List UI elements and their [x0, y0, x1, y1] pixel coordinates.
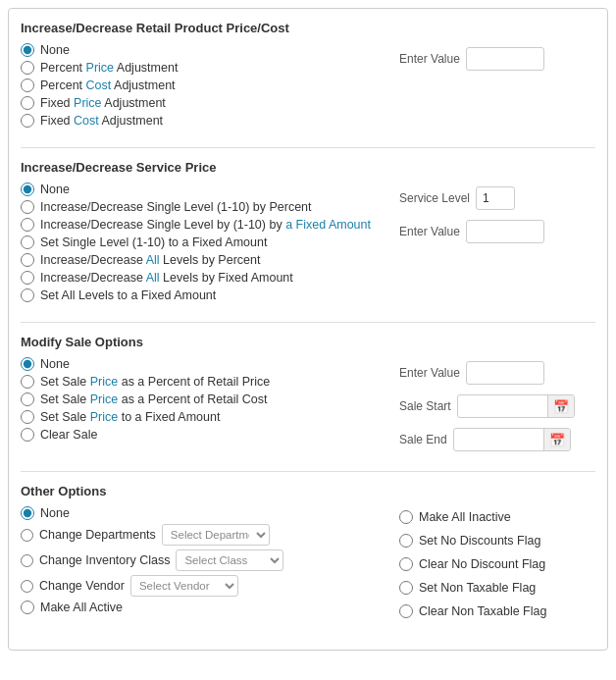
service-all-link2: All	[146, 271, 160, 285]
sale-label-none: None	[40, 357, 70, 371]
sale-options-col: None Set Sale Price as a Percent of Reta…	[21, 357, 399, 455]
other-radio-inventory-class[interactable]	[21, 554, 33, 567]
other-radio-vendor[interactable]	[21, 580, 33, 593]
other-radio-clear-non-taxable[interactable]	[399, 604, 413, 618]
retail-right-col: Enter Value	[399, 43, 595, 131]
other-label-make-inactive: Make All Inactive	[419, 510, 511, 524]
sale-start-calendar-btn[interactable]: 📅	[547, 395, 574, 417]
sale-label-percent-cost: Set Sale Price as a Percent of Retail Co…	[40, 392, 267, 406]
other-radio-set-no-discount[interactable]	[399, 534, 413, 548]
sale-option-percent-retail: Set Sale Price as a Percent of Retail Pr…	[21, 375, 399, 389]
retail-radio-percent-cost[interactable]	[21, 78, 34, 92]
service-option-single-percent: Increase/Decrease Single Level (1-10) by…	[21, 200, 399, 214]
retail-section-title: Increase/Decrease Retail Product Price/C…	[21, 21, 595, 35]
service-radio-all-fixed[interactable]	[21, 271, 34, 285]
sale-label-fixed: Set Sale Price to a Fixed Amount	[40, 410, 220, 424]
service-radio-single-fixed[interactable]	[21, 218, 34, 232]
sale-radio-fixed[interactable]	[21, 410, 34, 424]
service-level-label: Service Level	[399, 191, 470, 205]
service-label-set-all: Set All Levels to a Fixed Amount	[40, 288, 216, 302]
sale-radio-clear[interactable]	[21, 428, 34, 442]
other-radio-departments[interactable]	[21, 529, 33, 542]
retail-label-none: None	[40, 43, 70, 57]
sale-start-input-wrapper: 📅	[457, 394, 575, 418]
sale-price-link2: Price	[90, 392, 118, 406]
sale-enter-value-row: Enter Value	[399, 361, 595, 385]
other-radio-make-active[interactable]	[21, 601, 34, 614]
divider-2	[21, 322, 595, 323]
sale-enter-value-input[interactable]	[466, 361, 544, 385]
service-label-all-percent: Increase/Decrease All Levels by Percent	[40, 253, 260, 267]
inventory-class-select[interactable]: Select Class	[176, 549, 283, 571]
other-section-title: Other Options	[21, 484, 595, 498]
service-right-col: Service Level Enter Value	[399, 183, 595, 306]
service-option-none: None	[21, 183, 399, 196]
other-option-none: None	[21, 506, 399, 520]
divider-3	[21, 471, 595, 472]
sale-price-link3: Price	[90, 410, 118, 424]
service-radio-single-percent[interactable]	[21, 200, 34, 214]
other-label-none: None	[40, 506, 70, 520]
other-option-vendor: Change Vendor Select Vendor	[21, 575, 399, 597]
retail-radio-fixed-price[interactable]	[21, 96, 34, 110]
divider-1	[21, 147, 595, 148]
sale-radio-none[interactable]	[21, 357, 34, 371]
other-radio-clear-no-discount[interactable]	[399, 557, 413, 571]
other-radio-none[interactable]	[21, 506, 34, 520]
retail-enter-value-input[interactable]	[466, 47, 544, 71]
retail-radio-percent-price[interactable]	[21, 61, 34, 75]
sale-radio-percent-retail[interactable]	[21, 375, 34, 389]
other-left-col: None Change Departments Select Departme …	[21, 506, 399, 622]
retail-radio-fixed-cost[interactable]	[21, 114, 34, 128]
service-label-single-fixed: Increase/Decrease Single Level by (1-10)…	[40, 218, 371, 232]
service-label-all-fixed: Increase/Decrease All Levels by Fixed Am…	[40, 271, 293, 285]
sale-start-label: Sale Start	[399, 399, 451, 413]
retail-radio-none[interactable]	[21, 43, 34, 57]
service-label-none: None	[40, 183, 70, 196]
sale-end-input-wrapper: 📅	[453, 428, 571, 451]
other-option-inventory-class: Change Inventory Class Select Class	[21, 549, 399, 571]
service-level-row: Service Level	[399, 186, 595, 210]
service-enter-value-input[interactable]	[466, 220, 544, 243]
vendor-select[interactable]: Select Vendor	[130, 575, 238, 597]
sale-radio-percent-cost[interactable]	[21, 392, 34, 406]
other-radio-set-non-taxable[interactable]	[399, 581, 413, 595]
service-option-all-percent: Increase/Decrease All Levels by Percent	[21, 253, 399, 267]
service-enter-value-label: Enter Value	[399, 225, 460, 238]
retail-enter-value-label: Enter Value	[399, 52, 460, 66]
other-label-vendor: Change Vendor	[39, 579, 125, 593]
other-label-clear-no-discount: Clear No Discount Flag	[419, 557, 545, 571]
other-radio-make-inactive[interactable]	[399, 510, 413, 524]
retail-option-percent-cost: Percent Cost Adjustment	[21, 78, 399, 92]
service-radio-set-all[interactable]	[21, 288, 34, 302]
retail-cost-link2: Cost	[74, 114, 99, 128]
service-label-single-percent: Increase/Decrease Single Level (1-10) by…	[40, 200, 312, 214]
service-radio-all-percent[interactable]	[21, 253, 34, 267]
retail-option-fixed-price: Fixed Price Adjustment	[21, 96, 399, 110]
retail-option-percent-price: Percent Price Adjustment	[21, 61, 399, 75]
service-level-input[interactable]	[476, 186, 515, 210]
retail-price-link2: Price	[74, 96, 101, 110]
departments-select[interactable]: Select Departme	[162, 524, 270, 546]
retail-cost-link1: Cost	[86, 78, 112, 92]
other-option-make-active: Make All Active	[21, 601, 399, 614]
service-all-link1: All	[146, 253, 160, 267]
service-enter-value-row: Enter Value	[399, 220, 595, 243]
service-section-title: Increase/Decrease Service Price	[21, 160, 595, 175]
sale-end-input[interactable]	[454, 431, 543, 448]
other-option-set-no-discount: Set No Discounts Flag	[399, 534, 595, 548]
service-option-set-single: Set Single Level (1-10) to a Fixed Amoun…	[21, 235, 399, 249]
sale-label-clear: Clear Sale	[40, 428, 97, 442]
service-radio-set-single[interactable]	[21, 235, 34, 249]
retail-options-col: None Percent Price Adjustment Percent Co…	[21, 43, 399, 131]
sale-start-input[interactable]	[458, 397, 547, 415]
service-radio-none[interactable]	[21, 183, 34, 196]
other-label-make-active: Make All Active	[40, 601, 123, 614]
other-label-departments: Change Departments	[39, 528, 156, 542]
sale-label-percent-retail: Set Sale Price as a Percent of Retail Pr…	[40, 375, 270, 389]
sale-end-calendar-btn[interactable]: 📅	[543, 429, 570, 450]
sale-end-label: Sale End	[399, 433, 447, 446]
retail-option-none: None	[21, 43, 399, 57]
other-option-make-inactive: Make All Inactive	[399, 510, 595, 524]
retail-label-fixed-cost: Fixed Cost Adjustment	[40, 114, 163, 128]
